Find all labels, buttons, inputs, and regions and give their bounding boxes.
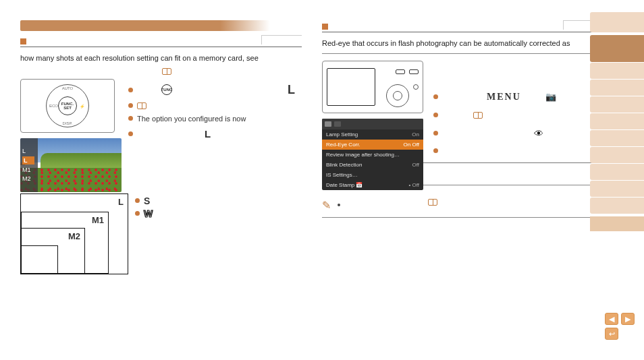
dial-label-left: ECO: [49, 104, 58, 108]
bullet-dot-icon: [433, 94, 438, 99]
step-bullet: FUNC L: [128, 83, 302, 97]
thumb-size-m2: M2: [22, 175, 38, 182]
resolution-letter: L: [288, 83, 295, 97]
step-bullet: [433, 112, 603, 119]
step-bullet: The option you configured is now: [128, 115, 302, 123]
section-heading-bar: [20, 20, 270, 31]
chevron-right-icon: ▶: [625, 315, 630, 324]
bullet-dot-icon: [128, 103, 133, 108]
square-bullet-icon: [322, 24, 328, 30]
bullet-dot-icon: [433, 113, 438, 117]
bullet-dot-icon: [128, 88, 133, 92]
book-ref-icon: [473, 112, 483, 119]
dial-label-bottom: DISP.: [63, 121, 73, 125]
menu-row: Blink DetectionOff: [322, 160, 423, 170]
side-tab[interactable]: [590, 130, 644, 146]
subsection-row: [322, 20, 603, 32]
size-label-m1: M1: [92, 215, 104, 225]
menu-row-highlight: Red-Eye Corr.On Off: [322, 140, 423, 150]
step-bullet: [433, 148, 603, 153]
book-ref-icon: [162, 68, 171, 75]
redeye-icon: 👁: [534, 128, 543, 139]
camera-menu-screenshot: Lamp SettingOn Red-Eye Corr.On Off Revie…: [322, 119, 423, 190]
side-tab[interactable]: [590, 147, 644, 163]
return-icon: ↩: [609, 330, 615, 338]
dial-label-top: AUTO: [62, 86, 74, 90]
tip-note: ✎: [322, 195, 603, 212]
dial-label-right: ⚡: [80, 103, 84, 108]
thumb-size-l: L: [22, 156, 34, 164]
size-bullet: S: [135, 196, 153, 206]
bullet-dot-icon: [128, 131, 133, 136]
side-tab[interactable]: [590, 12, 644, 32]
menu-row: IS Settings…: [322, 170, 423, 180]
step-bullet: [128, 102, 302, 109]
size-label-m2: M2: [68, 231, 80, 241]
size-label-l: L: [118, 197, 124, 207]
sample-image-thumb: L L M1 M2: [20, 138, 122, 192]
side-tab-active[interactable]: [590, 35, 644, 62]
paper-size-diagram: L M1 M2: [20, 193, 128, 274]
book-ref-icon: [428, 199, 437, 206]
side-tab[interactable]: [590, 164, 644, 180]
chapter-side-tabs: [590, 12, 644, 231]
menu-row: Review image after shooting…: [322, 150, 423, 160]
bullet-dot-icon: [433, 148, 438, 153]
side-tab[interactable]: [590, 198, 644, 214]
camera-icon: 📷: [545, 92, 556, 102]
step-bullet: 👁: [433, 128, 603, 139]
subsection-row: [20, 35, 302, 47]
side-tab[interactable]: [590, 181, 644, 197]
bullet-dot-icon: [433, 131, 438, 136]
next-page-button[interactable]: ▶: [621, 313, 635, 325]
left-column: how many shots at each resolution settin…: [20, 20, 302, 274]
tab-setup-icon: [334, 121, 341, 127]
bullet-dot-icon: [128, 116, 133, 121]
step-text: The option you configured is now: [137, 115, 246, 123]
right-column: Red-eye that occurs in flash photography…: [322, 20, 603, 274]
dial-center: FUNC. SET: [58, 96, 77, 115]
side-tab[interactable]: [590, 80, 644, 96]
chevron-left-icon: ◀: [609, 315, 614, 324]
step-bullet: MENU 📷: [433, 92, 603, 102]
size-letter-w: W: [144, 208, 153, 219]
redeye-paragraph: Red-eye that occurs in flash photography…: [322, 38, 603, 49]
menu-row: Date Stamp 📅• Off: [322, 180, 423, 190]
note-bullet-icon: [338, 204, 340, 206]
size-bullet: W: [135, 208, 153, 219]
prev-page-button[interactable]: ◀: [605, 313, 618, 325]
thumb-size-l-dim: L: [22, 148, 38, 154]
size-letter-s: S: [144, 196, 150, 206]
side-tab[interactable]: [590, 96, 644, 113]
step-bullet: L: [128, 128, 302, 140]
tab-shoot-icon: [325, 121, 331, 127]
bullet-dot-icon: [135, 211, 140, 216]
bullet-dot-icon: [135, 198, 140, 203]
still-movie-indicator: [261, 35, 302, 44]
func-set-inline-icon: FUNC: [161, 84, 172, 95]
return-button[interactable]: ↩: [605, 328, 618, 340]
side-tab[interactable]: [590, 216, 644, 231]
menu-row: Lamp SettingOn: [322, 129, 423, 140]
camera-back-illustration: [322, 61, 423, 113]
thumb-size-m1: M1: [22, 167, 38, 173]
resolution-letter: L: [205, 128, 211, 140]
pencil-icon: ✎: [322, 199, 331, 212]
menu-button-label: MENU: [487, 92, 521, 102]
intro-paragraph: how many shots at each resolution settin…: [20, 53, 302, 64]
side-tab[interactable]: [590, 113, 644, 129]
book-ref-icon: [137, 102, 146, 109]
square-bullet-icon: [20, 38, 26, 44]
side-tab[interactable]: [590, 63, 644, 79]
camera-dial-illustration: AUTO ECO ⚡ DISP. FUNC. SET: [20, 79, 115, 133]
